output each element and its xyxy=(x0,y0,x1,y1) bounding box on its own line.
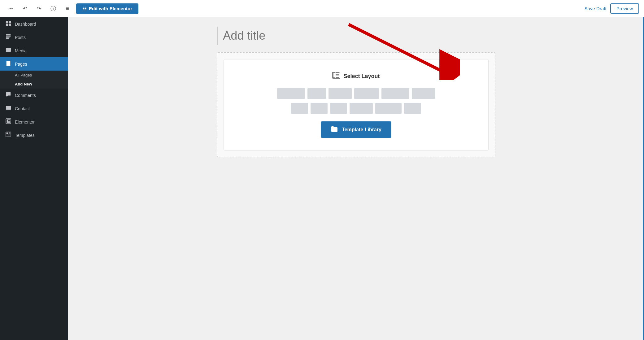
svg-rect-12 xyxy=(7,120,8,123)
posts-icon xyxy=(5,34,12,41)
sidebar-item-media-label: Media xyxy=(15,48,27,53)
toolbar: ⤳ ↶ ↷ ⓘ ≡ ☷ Edit with Elementor Save Dra… xyxy=(0,0,644,17)
sidebar-item-all-pages[interactable]: All Pages xyxy=(0,71,68,80)
preview-button[interactable]: Preview xyxy=(610,3,639,14)
sidebar-item-comments[interactable]: Comments xyxy=(0,89,68,102)
layout-rows xyxy=(233,88,479,114)
sidebar-item-posts-label: Posts xyxy=(15,35,26,40)
svg-rect-31 xyxy=(332,130,335,130)
layout-block[interactable] xyxy=(404,103,421,114)
sidebar-item-dashboard-label: Dashboard xyxy=(15,22,36,27)
sidebar-item-dashboard[interactable]: Dashboard xyxy=(0,17,68,31)
sidebar-item-add-new[interactable]: Add New xyxy=(0,80,68,89)
sidebar-item-templates-label: Templates xyxy=(15,133,35,138)
svg-rect-30 xyxy=(332,129,335,129)
main-layout: Dashboard Posts Media Pages All Pages xyxy=(0,17,644,340)
svg-rect-25 xyxy=(333,73,335,78)
sidebar-item-elementor-label: Elementor xyxy=(15,120,35,124)
sidebar-item-elementor[interactable]: Elementor xyxy=(0,115,68,129)
annotation-container: Select Layout xyxy=(217,52,495,157)
layout-block[interactable] xyxy=(330,103,347,114)
svg-rect-2 xyxy=(6,24,8,26)
select-layout-header: Select Layout xyxy=(332,72,380,81)
svg-rect-21 xyxy=(7,136,11,137)
svg-rect-1 xyxy=(9,21,11,23)
info-button[interactable]: ⓘ xyxy=(48,3,59,14)
svg-rect-19 xyxy=(9,133,10,134)
layout-block[interactable] xyxy=(350,103,373,114)
right-accent-bar xyxy=(643,17,644,340)
elementor-icon: ☷ xyxy=(82,6,86,11)
folder-icon xyxy=(331,126,338,133)
svg-rect-18 xyxy=(9,133,10,133)
svg-rect-20 xyxy=(7,135,11,135)
layout-block[interactable] xyxy=(291,103,308,114)
svg-rect-14 xyxy=(8,121,10,122)
list-button[interactable]: ≡ xyxy=(62,3,73,14)
sidebar-item-pages-label: Pages xyxy=(15,62,27,67)
sidebar: Dashboard Posts Media Pages All Pages xyxy=(0,17,68,340)
layout-row-2 xyxy=(233,103,479,114)
content-area: Select Layout xyxy=(68,17,644,340)
sidebar-pages-submenu: All Pages Add New xyxy=(0,71,68,89)
elementor-sidebar-icon xyxy=(5,118,12,125)
edit-elementor-label: Edit with Elementor xyxy=(89,6,132,11)
svg-rect-3 xyxy=(9,24,11,26)
svg-rect-0 xyxy=(6,21,8,23)
save-draft-button[interactable]: Save Draft xyxy=(585,6,607,11)
templates-icon xyxy=(5,132,12,139)
dashboard-icon xyxy=(5,20,12,28)
layout-block[interactable] xyxy=(381,88,409,99)
pages-icon xyxy=(5,60,12,68)
layout-block[interactable] xyxy=(277,88,305,99)
page-title-input[interactable] xyxy=(217,27,495,45)
select-layout-label: Select Layout xyxy=(343,73,380,80)
toolbar-right: Save Draft Preview xyxy=(585,3,639,14)
edit-elementor-button[interactable]: ☷ Edit with Elementor xyxy=(76,3,138,14)
sidebar-item-templates[interactable]: Templates xyxy=(0,129,68,142)
inner-box: Select Layout xyxy=(224,59,489,150)
outer-dashed-box: Select Layout xyxy=(217,52,495,157)
sidebar-item-pages[interactable]: Pages xyxy=(0,57,68,71)
undo-button[interactable]: ↶ xyxy=(19,3,30,14)
layout-block[interactable] xyxy=(329,88,352,99)
layout-block[interactable] xyxy=(311,103,328,114)
sidebar-item-media[interactable]: Media xyxy=(0,44,68,57)
template-library-label: Template Library xyxy=(342,127,381,133)
svg-rect-15 xyxy=(8,122,10,123)
layout-icon xyxy=(332,72,340,81)
redo-button[interactable]: ↷ xyxy=(33,3,45,14)
layout-block[interactable] xyxy=(412,88,435,99)
contact-icon xyxy=(5,105,12,112)
layout-block[interactable] xyxy=(307,88,326,99)
media-icon xyxy=(5,47,12,54)
toolbar-left: ⤳ ↶ ↷ ⓘ ≡ ☷ Edit with Elementor xyxy=(5,3,138,14)
template-library-button[interactable]: Template Library xyxy=(321,121,391,138)
layout-row-1 xyxy=(233,88,479,99)
sidebar-item-contact[interactable]: Contact xyxy=(0,102,68,115)
svg-rect-17 xyxy=(7,133,8,134)
add-button[interactable]: ⤳ xyxy=(5,3,16,14)
sidebar-item-posts[interactable]: Posts xyxy=(0,31,68,44)
sidebar-item-contact-label: Contact xyxy=(15,106,30,111)
layout-block[interactable] xyxy=(354,88,379,99)
svg-rect-13 xyxy=(8,120,10,120)
comments-icon xyxy=(5,92,12,99)
title-container xyxy=(217,27,495,45)
layout-block[interactable] xyxy=(375,103,402,114)
sidebar-item-comments-label: Comments xyxy=(15,93,36,98)
